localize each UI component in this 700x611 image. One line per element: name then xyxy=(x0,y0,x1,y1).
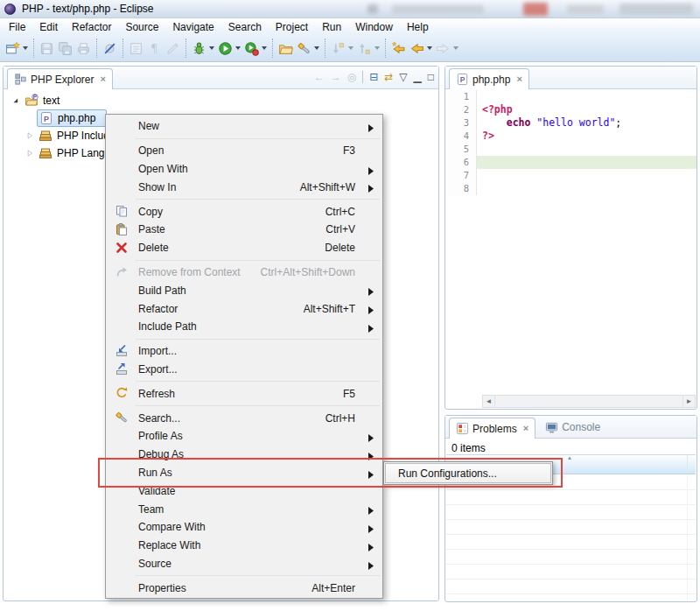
dropdown-caret-icon[interactable] xyxy=(23,46,28,50)
menu-item-copy[interactable]: CopyCtrl+C xyxy=(107,202,382,221)
menu-source[interactable]: Source xyxy=(118,19,165,35)
editor-code-line[interactable] xyxy=(477,90,696,103)
toolbar-separator xyxy=(33,39,34,58)
menu-item-properties[interactable]: PropertiesAlt+Enter xyxy=(107,579,382,597)
menu-separator xyxy=(136,199,380,200)
toolbar-skip-all-breakpoints-button[interactable] xyxy=(101,38,119,59)
minimize-icon[interactable]: ▁ xyxy=(414,71,422,83)
close-icon[interactable]: × xyxy=(523,424,528,433)
menu-item-run-as[interactable]: Run As xyxy=(107,464,382,482)
menu-item-compare-with[interactable]: Compare With xyxy=(107,518,382,537)
toolbar-search-flashlight-button[interactable] xyxy=(295,38,321,59)
dropdown-caret-icon[interactable] xyxy=(453,46,458,50)
tree-item-text[interactable]: Ptext xyxy=(4,92,438,109)
maximize-icon[interactable]: □ xyxy=(428,71,434,83)
toolbar-print-button[interactable] xyxy=(74,38,93,59)
toolbar-separator xyxy=(186,39,186,58)
editor-code-line[interactable]: ?> xyxy=(477,130,696,143)
menu-item-open-with[interactable]: Open With xyxy=(107,160,382,179)
toolbar-run-external-button[interactable] xyxy=(242,38,269,59)
toolbar-back-button[interactable] xyxy=(408,38,434,59)
dropdown-caret-icon[interactable] xyxy=(235,46,241,50)
toolbar-format-button[interactable] xyxy=(164,38,182,59)
menu-project[interactable]: Project xyxy=(269,19,315,35)
close-icon[interactable]: × xyxy=(100,74,105,84)
editor-code-line[interactable]: <?php xyxy=(477,103,696,116)
collapse-all-icon[interactable]: ⊟ xyxy=(369,71,378,83)
menu-item-paste[interactable]: PasteCtrl+V xyxy=(107,221,382,239)
expander-icon[interactable] xyxy=(9,96,23,105)
editor-code-line[interactable] xyxy=(477,182,696,195)
menu-search[interactable]: Search xyxy=(221,19,269,35)
editor-code-line[interactable] xyxy=(477,143,696,156)
editor-code-line[interactable] xyxy=(477,169,696,182)
toolbar-mark-occurrences-button[interactable] xyxy=(127,38,145,59)
menu-item-debug-as[interactable]: Debug As xyxy=(107,446,382,464)
menu-file[interactable]: File xyxy=(2,19,32,35)
toolbar-debug-button[interactable] xyxy=(190,38,216,59)
expander-icon[interactable] xyxy=(23,131,37,140)
horizontal-scrollbar[interactable]: ◄ ► xyxy=(482,395,696,408)
toolbar-save-button[interactable] xyxy=(38,38,56,59)
menu-window[interactable]: Window xyxy=(348,19,400,35)
menu-help[interactable]: Help xyxy=(400,19,436,35)
toolbar-show-whitespace-button[interactable]: ¶ xyxy=(145,38,164,59)
menu-item-delete[interactable]: DeleteDelete xyxy=(107,239,382,257)
menu-item-refresh[interactable]: RefreshF5 xyxy=(107,384,382,403)
up-level-icon[interactable]: ◎ xyxy=(347,71,356,83)
mark-occurrences-icon xyxy=(129,41,144,56)
forward-arrow-icon[interactable]: → xyxy=(331,71,341,83)
menu-run[interactable]: Run xyxy=(315,19,348,35)
menu-item-team[interactable]: Team xyxy=(107,500,382,518)
menu-item-source[interactable]: Source xyxy=(107,555,382,573)
menu-item-run-configurations[interactable]: Run Configurations... xyxy=(385,463,551,483)
toolbar-run-button[interactable] xyxy=(216,38,242,59)
toolbar-open-resource-button[interactable] xyxy=(276,38,295,59)
dropdown-caret-icon[interactable] xyxy=(374,46,380,50)
tab-php-php-editor[interactable]: P php.php × xyxy=(449,68,529,89)
menu-item-open[interactable]: OpenF3 xyxy=(107,142,382,160)
expander-icon[interactable] xyxy=(23,149,37,158)
toolbar-back-to-last-edit-button[interactable] xyxy=(389,38,408,59)
php-explorer-icon xyxy=(14,73,27,86)
toolbar-previous-annotation-button[interactable] xyxy=(355,38,382,59)
dropdown-caret-icon[interactable] xyxy=(314,46,319,50)
menu-item-validate[interactable]: Validate xyxy=(107,481,382,500)
menu-item-import[interactable]: Import... xyxy=(107,342,382,361)
menu-navigate[interactable]: Navigate xyxy=(165,19,220,35)
toolbar-new-wizard-button[interactable] xyxy=(4,38,30,59)
menu-item-profile-as[interactable]: Profile As xyxy=(107,427,382,446)
close-icon[interactable]: × xyxy=(516,74,522,84)
dropdown-caret-icon[interactable] xyxy=(262,46,267,50)
toolbar-next-annotation-button[interactable] xyxy=(329,38,355,59)
toolbar-save-all-button[interactable] xyxy=(56,38,74,59)
tab-problems[interactable]: Problems × xyxy=(449,418,536,439)
toolbar-forward-button[interactable] xyxy=(434,38,460,59)
link-with-editor-icon[interactable]: ⇄ xyxy=(384,71,393,83)
menu-item-refactor[interactable]: RefactorAlt+Shift+T xyxy=(107,299,382,318)
line-number: 2 xyxy=(445,103,477,116)
menu-item-show-in[interactable]: Show InAlt+Shift+W xyxy=(107,178,382,196)
menu-edit[interactable]: Edit xyxy=(32,19,65,35)
editor-code-line[interactable] xyxy=(477,156,696,169)
view-menu-icon[interactable]: ▽ xyxy=(399,71,407,83)
dropdown-caret-icon[interactable] xyxy=(348,46,354,50)
svg-text:¶: ¶ xyxy=(151,42,158,55)
tab-php-explorer[interactable]: PHP Explorer × xyxy=(7,68,113,89)
library-icon xyxy=(38,129,52,143)
menu-item-replace-with[interactable]: Replace With xyxy=(107,537,382,555)
back-arrow-icon[interactable]: ← xyxy=(314,71,325,83)
scroll-left-icon[interactable]: ◄ xyxy=(483,396,495,407)
code-editor[interactable]: 12<?php3 echo "hello world";4?>5678 xyxy=(445,90,696,394)
dropdown-caret-icon[interactable] xyxy=(427,46,432,50)
editor-code-line[interactable]: echo "hello world"; xyxy=(477,116,696,130)
menu-item-export[interactable]: Export... xyxy=(107,361,382,379)
menu-item-include-path[interactable]: Include Path xyxy=(107,318,382,336)
menu-item-build-path[interactable]: Build Path xyxy=(107,281,382,299)
menu-refactor[interactable]: Refactor xyxy=(65,19,118,35)
menu-item-new[interactable]: New xyxy=(107,117,382,136)
menu-item-search[interactable]: Search...Ctrl+H xyxy=(107,409,382,427)
tab-console[interactable]: Console xyxy=(539,417,606,438)
dropdown-caret-icon[interactable] xyxy=(209,46,214,50)
scroll-right-icon[interactable]: ► xyxy=(682,396,695,407)
